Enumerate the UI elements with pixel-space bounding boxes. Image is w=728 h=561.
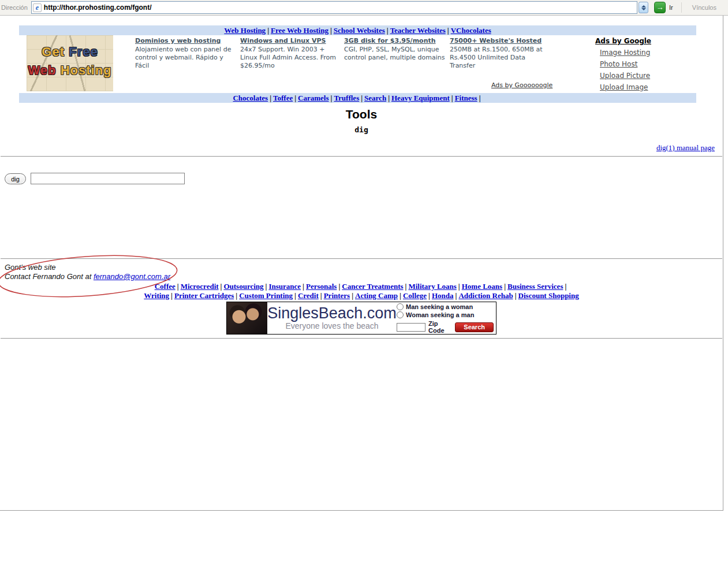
top-nav-link[interactable]: Web Hosting [224, 26, 266, 35]
man-seeking-woman-radio[interactable] [397, 303, 404, 310]
address-dropdown-button[interactable] [639, 2, 648, 13]
go-label: Ir [669, 4, 673, 11]
nav-separator: | [236, 291, 237, 300]
footer-link[interactable]: Home Loans [462, 282, 502, 291]
footer-links-row1: Coffee|Microcredit|Outsourcing|Insurance… [0, 282, 723, 291]
nav-separator: | [387, 26, 389, 35]
nav-separator: | [479, 94, 481, 102]
category-nav-link[interactable]: Search [364, 94, 386, 102]
nav-separator: | [405, 282, 407, 291]
top-nav-bar: Web Hosting|Free Web Hosting|School Webs… [19, 25, 696, 35]
nav-separator: | [565, 282, 566, 291]
google-ad-body: 250MB at Rs.1500, 650MB at Rs.4500 Unlim… [450, 46, 548, 70]
banner-tagline: Everyone loves the beach [267, 321, 397, 330]
google-sidebar-link[interactable]: Image Hosting [600, 49, 675, 57]
footer-link[interactable]: Writing [144, 291, 169, 300]
get-free-web-hosting-logo[interactable]: Get Free Web Hosting [27, 35, 113, 91]
contact-email-link[interactable]: fernando@gont.com.ar [94, 272, 170, 281]
banner-brand: SinglesBeach.com [267, 306, 397, 321]
couple-photo [227, 302, 267, 334]
footer-link[interactable]: Insurance [268, 282, 301, 291]
nav-separator: | [331, 94, 333, 102]
nav-separator: | [352, 291, 353, 300]
nav-separator: | [447, 26, 449, 35]
footer-link[interactable]: Business Services [507, 282, 563, 291]
banner-search-button[interactable]: Search [455, 322, 494, 332]
google-ad-title-link[interactable]: 3GB disk for $3.95/month [344, 37, 436, 45]
singlesbeach-banner-ad[interactable]: SinglesBeach.com Everyone loves the beac… [226, 302, 496, 335]
logo-word-web: Web [28, 63, 56, 77]
footer-link[interactable]: Personals [306, 282, 337, 291]
dig-query-input[interactable] [31, 173, 185, 184]
footer-link[interactable]: Printers [324, 291, 350, 300]
footer-link[interactable]: Acting Camp [355, 291, 398, 300]
divider [1, 156, 722, 157]
dig-manual-link[interactable]: dig(1) manual page [656, 143, 715, 152]
nav-separator: | [338, 282, 340, 291]
google-ad: 75000+ Website's Hosted 250MB at Rs.1500… [450, 37, 548, 70]
footer-link[interactable]: Custom Printing [239, 291, 293, 300]
ie-page-icon: e [33, 3, 42, 12]
nav-separator: | [504, 282, 506, 291]
top-nav-link[interactable]: School Websites [334, 26, 385, 35]
browser-address-bar: Dirección e http://thor.prohosting.com/f… [0, 0, 728, 16]
google-sidebar-link[interactable]: Upload Image [600, 83, 675, 91]
logo-word-free: Free [69, 44, 98, 59]
nav-separator: | [177, 282, 179, 291]
footer-link[interactable]: Honda [432, 291, 454, 300]
google-sidebar-link[interactable]: Photo Host [600, 60, 675, 68]
category-nav-link[interactable]: Chocolates [233, 94, 268, 102]
address-url[interactable]: http://thor.prohosting.com/fgont/ [44, 3, 152, 12]
google-ad-title-link[interactable]: Dominios y web hosting [135, 37, 221, 45]
ads-by-google-link[interactable]: Ads by Goooooogle [491, 81, 552, 89]
nav-separator: | [330, 26, 332, 35]
footer-link[interactable]: Discount Shopping [518, 291, 579, 300]
top-nav-link[interactable]: Free Web Hosting [271, 26, 328, 35]
top-nav-link[interactable]: Teacher Websites [390, 26, 446, 35]
top-nav-link[interactable]: VChocolates [451, 26, 491, 35]
nav-separator: | [515, 291, 517, 300]
address-input[interactable]: e http://thor.prohosting.com/fgont/ [31, 1, 637, 14]
category-nav-link[interactable]: Truffles [334, 94, 359, 102]
ads-by-google-column: Ads by Google Image HostingPhoto HostUpl… [600, 37, 675, 95]
nav-separator: | [458, 282, 460, 291]
nav-separator: | [428, 291, 430, 300]
logo-word-hosting: Hosting [61, 63, 112, 77]
category-nav-link[interactable]: Caramels [298, 94, 328, 102]
divider [1, 258, 722, 259]
nav-separator: | [171, 291, 173, 300]
divider [1, 338, 722, 339]
woman-seeking-man-label: Woman seeking a man [406, 311, 474, 318]
google-ad: Windows and Linux VPS 24x7 Support. Win … [240, 37, 343, 70]
address-label: Dirección [1, 4, 29, 11]
zip-code-input[interactable] [397, 323, 425, 332]
footer-link[interactable]: Credit [298, 291, 319, 300]
footer-link[interactable]: Addiction Rehab [458, 291, 513, 300]
go-button[interactable]: → [654, 2, 666, 13]
footer-note: Gont's web site Contact Fernando Gont at… [5, 263, 723, 281]
chevron-up-icon [641, 5, 646, 8]
dig-button[interactable]: dig [5, 173, 26, 184]
contact-line: Contact Fernando Gont at fernando@gont.c… [5, 272, 723, 281]
dig-form: dig [5, 173, 723, 184]
footer-link[interactable]: Printer Cartridges [174, 291, 234, 300]
footer-link[interactable]: Military Loans [408, 282, 456, 291]
empty-space [0, 184, 723, 255]
category-nav-link[interactable]: Fitness [455, 94, 477, 102]
google-sidebar-link[interactable]: Upload Picture [600, 72, 675, 80]
google-ad-title-link[interactable]: Windows and Linux VPS [240, 37, 326, 45]
tool-subtitle: dig [0, 125, 723, 134]
footer-link[interactable]: Microcredit [181, 282, 219, 291]
footer-link[interactable]: Cancer Treatments [342, 282, 403, 291]
footer-link[interactable]: College [403, 291, 427, 300]
footer-link[interactable]: Outsourcing [223, 282, 263, 291]
nav-separator: | [294, 291, 296, 300]
ads-by-google-footer: Ads by Goooooogle [491, 81, 552, 89]
category-nav-link[interactable]: Heavy Equipment [391, 94, 450, 102]
links-toolbar-label[interactable]: Vínculos [681, 2, 725, 13]
woman-seeking-man-radio[interactable] [397, 311, 404, 318]
footer-link[interactable]: Coffee [155, 282, 176, 291]
nav-separator: | [270, 94, 271, 102]
category-nav-link[interactable]: Toffee [273, 94, 293, 102]
google-ad-title-link[interactable]: 75000+ Website's Hosted [450, 37, 542, 45]
